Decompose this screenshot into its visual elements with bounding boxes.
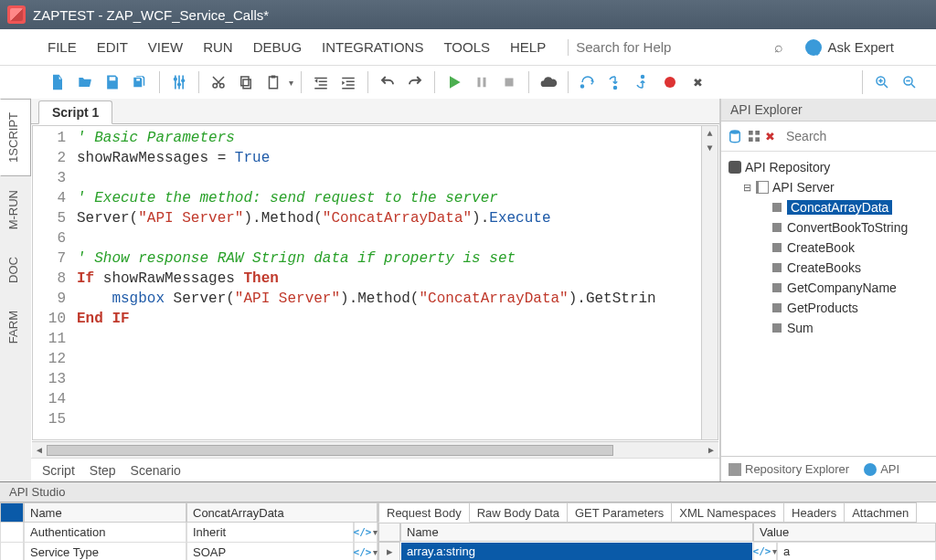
menu-edit[interactable]: EDIT — [95, 36, 130, 58]
menu-integrations[interactable]: INTEGRATIONS — [320, 36, 425, 58]
side-tab-farm[interactable]: FARM — [0, 297, 31, 357]
titlebar: ZAPTEST - ZAP_WCF_Service_Calls* — [0, 0, 936, 29]
cut-icon[interactable] — [207, 70, 230, 94]
property-row[interactable]: Service TypeSOAP</>▾ — [0, 543, 378, 560]
ask-expert-button[interactable]: Ask Expert — [800, 39, 899, 56]
tree-item[interactable]: CreateBooks — [725, 258, 932, 278]
svg-rect-22 — [749, 131, 753, 135]
svg-point-16 — [614, 87, 617, 90]
outdent-icon[interactable] — [309, 70, 333, 94]
undo-icon[interactable] — [376, 70, 399, 94]
param-row[interactable]: ▸ array.a:string </>▾ a — [378, 542, 936, 560]
db-view-icon[interactable] — [727, 125, 743, 147]
tree-item[interactable]: ConvertBookToString — [725, 217, 932, 238]
step-over-icon[interactable] — [576, 70, 600, 94]
svg-rect-11 — [271, 76, 276, 79]
main-toolbar: ▾ ✖ — [0, 66, 936, 99]
svg-rect-10 — [270, 77, 278, 89]
tree-item[interactable]: Sum — [725, 318, 932, 338]
tree-item[interactable]: GetCompanyName — [725, 278, 932, 298]
redo-icon[interactable] — [403, 70, 427, 94]
chat-bubble-icon — [805, 39, 822, 56]
svg-rect-1 — [178, 76, 180, 90]
scroll-down-icon[interactable]: ▼ — [702, 141, 718, 155]
zoom-in-icon[interactable] — [870, 70, 894, 94]
help-search-input[interactable] — [576, 39, 704, 55]
zoom-out-icon[interactable] — [898, 70, 921, 94]
save-icon[interactable] — [101, 70, 124, 94]
tree-item[interactable]: ⊟API Server — [725, 177, 932, 197]
request-tab[interactable]: GET Parameters — [568, 502, 672, 523]
tree-item[interactable]: API Repository — [725, 157, 932, 177]
side-tab-1script[interactable]: 1SCRIPT — [0, 99, 31, 176]
vertical-scrollbar[interactable]: ▲ ▼ — [701, 126, 718, 439]
property-row[interactable]: AuthenticationInherit</>▾ — [0, 523, 378, 543]
menu-debug[interactable]: DEBUG — [251, 36, 303, 58]
stop-icon[interactable] — [497, 70, 521, 94]
new-file-icon[interactable] — [46, 70, 69, 94]
breakpoint-icon[interactable] — [658, 70, 682, 94]
ask-expert-label: Ask Expert — [827, 39, 894, 55]
scroll-up-icon[interactable]: ▲ — [702, 126, 718, 141]
param-name-cell[interactable]: array.a:string — [400, 542, 753, 560]
indent-icon[interactable] — [336, 70, 360, 94]
request-tab[interactable]: XML Namespaces — [672, 502, 784, 523]
svg-rect-13 — [484, 78, 486, 88]
explorer-search-input[interactable] — [786, 129, 936, 143]
side-tab-doc[interactable]: DOC — [0, 243, 31, 297]
open-file-icon[interactable] — [73, 70, 97, 94]
row-selector-header[interactable] — [0, 502, 24, 523]
horizontal-scrollbar[interactable] — [32, 441, 718, 458]
menu-view[interactable]: VIEW — [146, 36, 185, 58]
search-icon[interactable]: ⌕ — [774, 39, 783, 56]
menu-run[interactable]: RUN — [201, 36, 235, 58]
tab-scenario[interactable]: Scenario — [131, 463, 181, 478]
delete-breakpoint-icon[interactable]: ✖ — [686, 70, 709, 94]
tab-repository-explorer[interactable]: Repository Explorer — [721, 459, 856, 480]
menu-help[interactable]: HELP — [508, 36, 548, 58]
settings-sliders-icon[interactable] — [167, 70, 191, 94]
tab-script[interactable]: Script — [42, 463, 75, 478]
paste-icon[interactable] — [261, 70, 285, 94]
param-edit-button[interactable]: </>▾ — [753, 542, 777, 560]
tree-item[interactable]: CreateBook — [725, 238, 932, 258]
tree-item[interactable]: ConcatArrayData — [725, 197, 932, 217]
api-tree: API Repository⊟API ServerConcatArrayData… — [721, 152, 936, 456]
code-editor[interactable]: 123456789101112131415 ' Basic Parameters… — [32, 125, 718, 440]
side-tab-mrun[interactable]: M-RUN — [0, 176, 31, 243]
copy-icon[interactable] — [234, 70, 258, 94]
svg-rect-9 — [241, 77, 249, 86]
request-tab[interactable]: Request Body — [378, 502, 470, 523]
save-all-icon[interactable] — [128, 70, 152, 94]
step-into-icon[interactable] — [603, 70, 627, 94]
paste-dropdown-icon[interactable]: ▾ — [289, 78, 293, 88]
svg-point-21 — [730, 130, 740, 134]
grid-view-icon[interactable] — [747, 125, 761, 147]
cloud-icon[interactable] — [537, 70, 560, 94]
delete-icon[interactable]: ✖ — [765, 125, 775, 147]
svg-rect-23 — [755, 131, 760, 135]
tab-step[interactable]: Step — [90, 463, 116, 478]
menu-tools[interactable]: TOOLS — [441, 36, 492, 58]
svg-point-5 — [181, 79, 185, 82]
request-tab[interactable]: Attachmen — [845, 502, 917, 523]
tree-item[interactable]: GetProducts — [725, 298, 932, 318]
editor-bottom-tabs: Script Step Scenario — [31, 458, 719, 481]
svg-point-3 — [174, 78, 177, 81]
step-out-icon[interactable] — [631, 70, 654, 94]
pause-icon[interactable] — [470, 70, 494, 94]
code-content[interactable]: ' Basic ParametersshowRawMessages = True… — [71, 126, 701, 439]
request-tab[interactable]: Raw Body Data — [470, 502, 568, 523]
line-number-gutter: 123456789101112131415 — [33, 126, 71, 439]
request-tabs: Request BodyRaw Body DataGET ParametersX… — [378, 502, 936, 523]
tab-api[interactable]: API — [856, 459, 907, 480]
menubar: FILE EDIT VIEW RUN DEBUG INTEGRATIONS TO… — [0, 29, 936, 66]
param-value-cell[interactable]: a — [777, 542, 936, 560]
row-indicator-icon: ▸ — [378, 542, 400, 560]
request-tab[interactable]: Headers — [784, 502, 845, 523]
script-tab[interactable]: Script 1 — [38, 100, 112, 124]
menu-file[interactable]: FILE — [46, 36, 79, 58]
param-value-header: Value — [753, 523, 936, 542]
play-icon[interactable] — [442, 70, 466, 94]
svg-rect-12 — [478, 78, 481, 88]
